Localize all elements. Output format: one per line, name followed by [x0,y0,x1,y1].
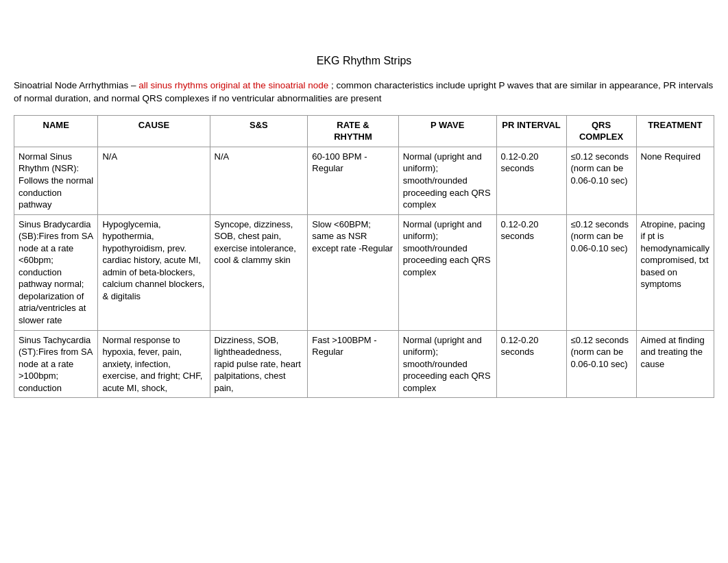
cell-qrs: ≤0.12 seconds (norm can be 0.06-0.10 sec… [566,214,636,330]
cell-name: Normal Sinus Rhythm (NSR): Follows the n… [14,147,98,214]
cell-treatment: Atropine, pacing if pt is hemodynamicall… [636,214,714,330]
cell-rate: Slow <60BPM; same as NSR except rate -Re… [308,214,398,330]
cell-rate: Fast >100BPM -Regular [308,330,398,398]
cell-treatment: Aimed at finding and treating the cause [636,330,714,398]
ekg-table: NAME CAUSE S&S RATE &RHYTHM P WAVE PR IN… [14,115,714,398]
cell-ss: Syncope, dizziness, SOB, chest pain, exe… [210,214,308,330]
cell-pr: 0.12-0.20 seconds [496,147,566,214]
cell-pwave: Normal (upright and uniform); smooth/rou… [398,147,496,214]
col-header-pr: PR INTERVAL [496,115,566,147]
col-header-cause: CAUSE [98,115,210,147]
cell-pwave: Normal (upright and uniform); smooth/rou… [398,214,496,330]
intro-highlight: all sinus rhythms original at the sinoat… [138,80,328,90]
cell-pr: 0.12-0.20 seconds [496,214,566,330]
cell-pwave: Normal (upright and uniform); smooth/rou… [398,330,496,398]
cell-name: Sinus Bradycardia (SB):Fires from SA nod… [14,214,98,330]
table-row: Normal Sinus Rhythm (NSR): Follows the n… [14,147,714,214]
table-row: Sinus Tachycardia (ST):Fires from SA nod… [14,330,714,398]
cell-qrs: ≤0.12 seconds (norm can be 0.06-0.10 sec… [566,330,636,398]
cell-cause: N/A [98,147,210,214]
cell-pr: 0.12-0.20 seconds [496,330,566,398]
cell-qrs: ≤0.12 seconds (norm can be 0.06-0.10 sec… [566,147,636,214]
page-title: EKG Rhythm Strips [14,55,714,67]
cell-treatment: None Required [636,147,714,214]
col-header-name: NAME [14,115,98,147]
intro-paragraph: Sinoatrial Node Arrhythmias – all sinus … [14,79,714,105]
cell-rate: 60-100 BPM -Regular [308,147,398,214]
cell-ss: N/A [210,147,308,214]
cell-cause: Normal response to hypoxia, fever, pain,… [98,330,210,398]
col-header-rate: RATE &RHYTHM [308,115,398,147]
cell-ss: Dizziness, SOB, lightheadedness, rapid p… [210,330,308,398]
table-row: Sinus Bradycardia (SB):Fires from SA nod… [14,214,714,330]
table-header-row: NAME CAUSE S&S RATE &RHYTHM P WAVE PR IN… [14,115,714,147]
col-header-ss: S&S [210,115,308,147]
col-header-treatment: TREATMENT [636,115,714,147]
cell-name: Sinus Tachycardia (ST):Fires from SA nod… [14,330,98,398]
intro-prefix: Sinoatrial Node Arrhythmias – [14,80,138,90]
col-header-pwave: P WAVE [398,115,496,147]
col-header-qrs: QRS COMPLEX [566,115,636,147]
cell-cause: Hypoglycemia, hypothermia, hypothyroidis… [98,214,210,330]
